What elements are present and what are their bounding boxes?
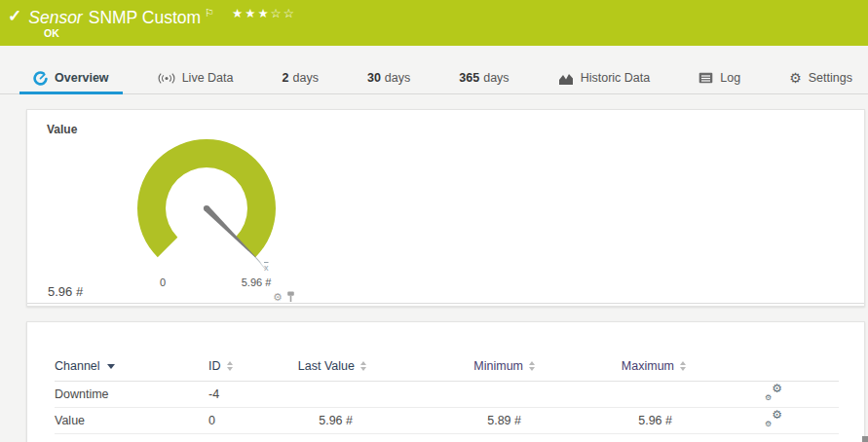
maximum-cell: 5.96 # [535, 407, 686, 433]
gauge-scale-max: 5.96 # [227, 276, 285, 288]
flag-icon: ⚐ [205, 7, 214, 18]
channel-settings-icon[interactable]: ⚙⚙ [765, 386, 782, 400]
log-icon [698, 72, 713, 84]
scrollbar-corner[interactable] [862, 436, 868, 442]
tab-label: Overview [55, 71, 109, 85]
tab-label: Live Data [182, 71, 234, 85]
tab-live-data[interactable]: Live Data [144, 64, 247, 94]
channel-id-cell: 0 [208, 407, 296, 433]
column-header-id[interactable]: ID [208, 351, 296, 381]
gauge-scale-min: 0 [153, 276, 172, 288]
tab-overview[interactable]: Overview [19, 64, 123, 94]
tab-label: Log [720, 71, 740, 85]
tab-label: Settings [809, 71, 852, 85]
tab-log[interactable]: Log [685, 64, 754, 94]
tab-label: Historic Data [581, 71, 651, 85]
gauge-block: Value x 0 5.96 # 5.96 # ⚙ [27, 110, 864, 304]
tab-label: days [385, 71, 410, 85]
channel-table-panel: Channel ID Last Value Minimum Maximum Do… [26, 321, 865, 442]
gauge-arc [137, 139, 276, 257]
sensor-header: ✓ SensorSNMP Custom ⚐ ★★★☆☆ OK [0, 0, 868, 46]
column-header-maximum[interactable]: Maximum [535, 351, 686, 381]
stars-empty: ☆☆ [271, 7, 296, 20]
sensor-name: SNMP Custom [89, 8, 201, 27]
gauge-title: Value [47, 123, 77, 136]
column-header-minimum[interactable]: Minimum [366, 351, 535, 381]
status-badge: OK [44, 27, 59, 39]
pin-icon[interactable] [286, 291, 295, 303]
stars-filled: ★★★ [232, 7, 271, 20]
gauge-icon [33, 71, 48, 86]
gauge-panel: Value x 0 5.96 # 5.96 # ⚙ [26, 109, 865, 307]
graph-settings-gear-icon[interactable]: ⚙ [273, 292, 283, 303]
tab-number: 2 [283, 71, 289, 85]
last-value-cell: 5.96 # [296, 407, 366, 433]
sort-icon [529, 361, 535, 371]
tab-bar: Overview Live Data 2 days 30 days 365 da… [0, 64, 868, 94]
gauge-chart [134, 136, 300, 292]
minimum-cell [366, 381, 535, 407]
tab-2-days[interactable]: 2 days [269, 64, 332, 94]
tab-historic-data[interactable]: Historic Data [545, 64, 664, 94]
sort-icon [360, 361, 366, 371]
tab-number: 30 [367, 71, 381, 85]
channel-name-cell: Value [55, 407, 208, 433]
sort-descending-icon [107, 364, 115, 369]
tab-settings[interactable]: ⚙ Settings [775, 64, 866, 94]
historic-chart-icon [558, 72, 574, 85]
tab-30-days[interactable]: 30 days [354, 64, 424, 94]
sensor-type-label: Sensor [28, 8, 82, 27]
column-header-channel[interactable]: Channel [55, 351, 208, 381]
tab-label: days [292, 71, 318, 85]
table-row-downtime: Downtime -4 ⚙⚙ [55, 381, 839, 407]
live-data-icon [158, 72, 175, 85]
page-title: SensorSNMP Custom [28, 7, 201, 28]
average-marker: x [264, 263, 269, 273]
minimum-cell: 5.89 # [366, 407, 535, 433]
maximum-cell [535, 381, 686, 407]
last-value-cell [296, 381, 366, 407]
channel-table: Channel ID Last Value Minimum Maximum Do… [55, 351, 839, 434]
table-header-row: Channel ID Last Value Minimum Maximum [55, 351, 839, 381]
channel-id-cell: -4 [208, 381, 296, 407]
status-ok-check-icon: ✓ [8, 7, 21, 26]
channel-settings-icon[interactable]: ⚙⚙ [765, 412, 782, 426]
column-header-last-value[interactable]: Last Value [296, 351, 366, 381]
gauge-current-value: 5.96 # [48, 284, 83, 299]
tab-365-days[interactable]: 365 days [445, 64, 522, 94]
settings-gear-icon: ⚙ [789, 71, 802, 85]
channel-name-cell: Downtime [55, 381, 208, 407]
priority-stars[interactable]: ★★★☆☆ [232, 7, 296, 20]
sort-icon [680, 361, 686, 371]
tab-label: days [483, 71, 509, 85]
sort-icon [227, 361, 233, 371]
tab-number: 365 [459, 71, 479, 85]
table-row-value: Value 0 5.96 # 5.89 # 5.96 # ⚙⚙ [55, 407, 839, 433]
